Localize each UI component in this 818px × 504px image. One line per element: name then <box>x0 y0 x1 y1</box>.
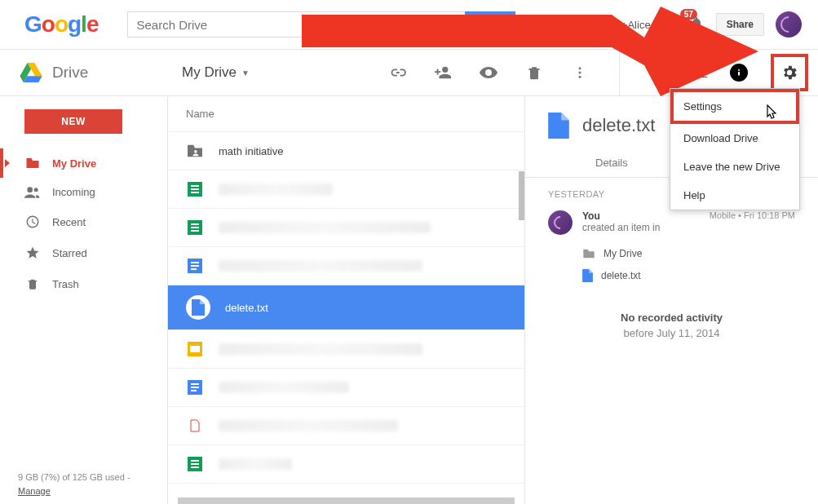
file-name-redacted <box>219 382 349 393</box>
folder-shared-icon <box>186 142 204 160</box>
activity-location[interactable]: My Drive <box>582 243 795 264</box>
svg-rect-45 <box>191 466 199 468</box>
file-row-selected[interactable]: delete.txt <box>168 285 524 330</box>
svg-rect-16 <box>660 65 666 72</box>
file-name: delete.txt <box>225 302 268 314</box>
svg-rect-15 <box>652 65 658 72</box>
svg-rect-35 <box>191 268 197 270</box>
pdf-icon <box>186 417 204 435</box>
svg-rect-8 <box>674 29 677 32</box>
activity-description: created an item in <box>582 222 795 233</box>
svg-rect-3 <box>662 23 665 26</box>
file-name-redacted <box>219 183 333 195</box>
svg-rect-29 <box>191 223 199 225</box>
location-label: My Drive <box>182 64 237 81</box>
cursor-icon <box>766 104 780 122</box>
docs-icon <box>186 378 204 396</box>
menu-item-download-drive[interactable]: Download Drive <box>670 124 799 153</box>
svg-point-23 <box>194 150 197 153</box>
add-person-icon[interactable] <box>431 61 454 84</box>
preview-icon[interactable] <box>477 61 500 84</box>
account-avatar[interactable] <box>776 11 802 38</box>
sidebar-item-recent[interactable]: Recent <box>0 206 167 237</box>
svg-rect-25 <box>191 185 199 187</box>
svg-point-22 <box>34 188 38 192</box>
menu-item-leave-drive[interactable]: Leave the new Drive <box>670 153 799 181</box>
sheets-icon <box>186 455 204 473</box>
google-logo[interactable]: Google <box>24 11 98 38</box>
new-button[interactable]: NEW <box>24 109 122 134</box>
file-list: Name math initiative delete.txt <box>167 96 524 504</box>
file-row[interactable] <box>168 170 524 209</box>
sort-button[interactable]: AZ <box>693 66 707 80</box>
apps-icon[interactable] <box>662 17 677 32</box>
search-input[interactable] <box>127 11 465 38</box>
nav-label: Trash <box>52 278 79 290</box>
search-button[interactable] <box>465 11 515 38</box>
no-activity-date: before July 11, 2014 <box>548 327 795 339</box>
svg-rect-27 <box>191 192 199 193</box>
sidebar: NEW My Drive Incoming Recent Starred Tra… <box>0 96 167 504</box>
sidebar-item-my-drive[interactable]: My Drive <box>0 148 167 178</box>
link-icon[interactable] <box>386 61 409 84</box>
svg-rect-44 <box>191 463 199 465</box>
gear-icon <box>780 64 798 82</box>
slides-icon <box>186 340 204 358</box>
folder-icon <box>24 157 41 170</box>
svg-rect-39 <box>191 383 199 385</box>
horizontal-scrollbar[interactable] <box>178 497 515 504</box>
nav-label: My Drive <box>52 157 96 170</box>
file-row[interactable] <box>168 209 524 247</box>
file-row[interactable] <box>168 330 524 369</box>
file-name-redacted <box>219 260 422 272</box>
svg-rect-7 <box>668 29 671 32</box>
scrollbar-thumb[interactable] <box>519 171 524 220</box>
menu-item-help[interactable]: Help <box>670 181 799 210</box>
svg-rect-1 <box>668 17 671 20</box>
info-icon[interactable] <box>730 64 748 82</box>
file-name-redacted <box>219 222 431 233</box>
file-name-redacted <box>219 343 422 355</box>
storage-manage-link[interactable]: Manage <box>18 486 51 496</box>
file-name-redacted <box>219 458 292 470</box>
svg-rect-33 <box>191 262 199 263</box>
svg-rect-0 <box>662 17 665 20</box>
file-row-folder[interactable]: math initiative <box>168 132 524 170</box>
share-button[interactable]: Share <box>716 13 764 36</box>
svg-rect-17 <box>652 73 658 80</box>
svg-rect-2 <box>674 17 677 20</box>
location-dropdown[interactable]: My Drive ▼ <box>167 64 250 81</box>
file-row[interactable] <box>168 445 524 484</box>
view-mode-icon[interactable] <box>648 61 670 84</box>
column-header-name[interactable]: Name <box>168 96 524 132</box>
actor-avatar <box>548 210 573 235</box>
file-row[interactable] <box>168 369 524 407</box>
file-row[interactable] <box>168 407 524 445</box>
svg-rect-4 <box>668 23 671 26</box>
plus-user-link[interactable]: +Alice <box>621 19 651 31</box>
notifications-icon[interactable]: 57 <box>688 15 705 34</box>
svg-rect-18 <box>660 73 666 80</box>
svg-point-21 <box>27 187 33 192</box>
sidebar-item-incoming[interactable]: Incoming <box>0 178 167 206</box>
notification-count: 57 <box>680 9 697 20</box>
no-activity-label: No recorded activity <box>548 312 795 324</box>
nav-label: Starred <box>52 247 87 259</box>
svg-point-13 <box>578 72 581 74</box>
file-name-redacted <box>219 420 398 431</box>
file-icon <box>548 113 569 139</box>
file-row[interactable] <box>168 247 524 285</box>
file-icon <box>582 269 593 282</box>
svg-point-12 <box>578 67 581 69</box>
sheets-icon <box>186 219 204 237</box>
activity-timestamp: Mobile • Fri 10:18 PM <box>710 210 795 222</box>
settings-menu: Settings Download Drive Leave the new Dr… <box>670 88 800 210</box>
trash-icon[interactable] <box>523 61 546 84</box>
settings-gear-highlighted[interactable] <box>771 54 808 91</box>
storage-info: 9 GB (7%) of 125 GB used - Manage <box>18 471 130 497</box>
svg-rect-41 <box>191 390 197 391</box>
sidebar-item-starred[interactable]: Starred <box>0 237 167 268</box>
more-icon[interactable] <box>568 61 591 84</box>
activity-file[interactable]: delete.txt <box>582 264 795 287</box>
sidebar-item-trash[interactable]: Trash <box>0 268 167 299</box>
